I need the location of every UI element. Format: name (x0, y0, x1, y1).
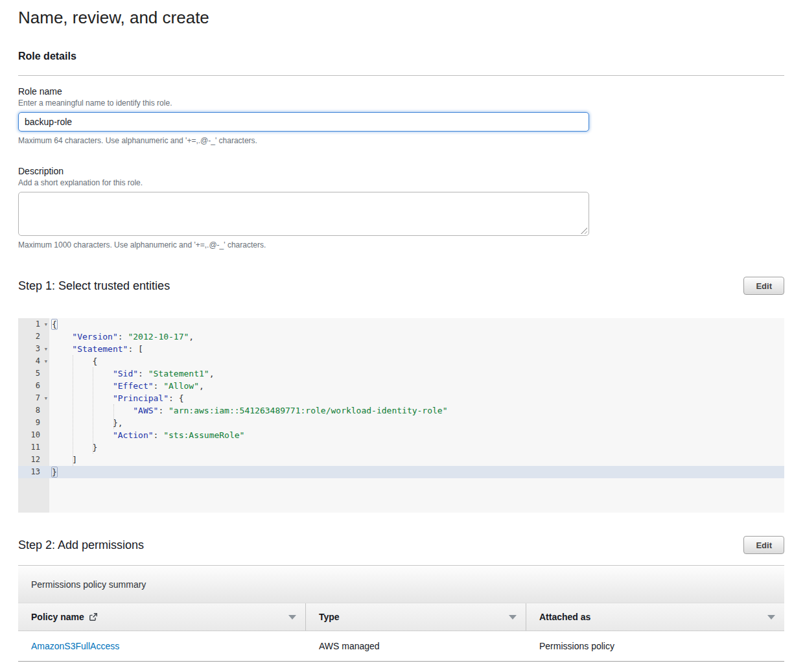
line-number: 5 (18, 367, 49, 380)
sort-icon[interactable] (288, 615, 296, 620)
line-number: 8 (18, 404, 49, 417)
fold-arrow-icon[interactable]: ▼ (45, 393, 47, 405)
code-line: { (49, 318, 784, 330)
attached-as-cell: Permissions policy (526, 641, 784, 651)
code-line: "Statement": [ (49, 343, 784, 355)
editor-line[interactable]: 8 "AWS": "arn:aws:iam::541263489771:role… (18, 404, 784, 417)
code-line: } (49, 466, 784, 478)
line-number: 13 (18, 466, 49, 478)
column-header-policy-name[interactable]: Policy name (18, 603, 306, 631)
line-number: 4▼ (18, 355, 49, 367)
code-line: ] (49, 454, 784, 466)
line-number: 11 (18, 441, 49, 454)
editor-line[interactable]: 1▼{ (18, 318, 784, 330)
external-link-icon[interactable] (89, 612, 98, 621)
editor-line[interactable]: 2 "Version": "2012-10-17", (18, 330, 784, 343)
column-header-attached-as[interactable]: Attached as (526, 603, 784, 631)
line-number: 2 (18, 330, 49, 343)
policy-type-cell: AWS managed (306, 641, 526, 651)
editor-line[interactable]: 11 } (18, 441, 784, 454)
sort-icon[interactable] (767, 615, 775, 620)
line-number: 1▼ (18, 318, 49, 330)
code-line: "Effect": "Allow", (49, 380, 784, 392)
editor-line[interactable]: 13} (18, 466, 784, 478)
code-line: "Version": "2012-10-17", (49, 330, 784, 343)
indent-guide (93, 367, 93, 454)
description-hint: Maximum 1000 characters. Use alphanumeri… (18, 240, 784, 249)
name-review-create-page: Name, review, and create Role details Ro… (0, 8, 805, 662)
table-row: AmazonS3FullAccessAWS managedPermissions… (18, 631, 784, 662)
indent-guide (73, 355, 73, 466)
editor-line[interactable]: 9 }, (18, 417, 784, 429)
role-name-hint: Maximum 64 characters. Use alphanumeric … (18, 136, 784, 145)
role-name-input[interactable] (18, 112, 589, 132)
description-description: Add a short explanation for this role. (18, 178, 784, 187)
code-line: "Principal": { (49, 392, 784, 404)
gutter (18, 478, 49, 513)
editor-line[interactable]: 10 "Action": "sts:AssumeRole" (18, 429, 784, 441)
step1-header-row: Step 1: Select trusted entities Edit (18, 277, 784, 295)
description-field: Description Add a short explanation for … (18, 166, 784, 249)
step1-edit-button[interactable]: Edit (743, 277, 784, 295)
line-number: 12 (18, 454, 49, 466)
step2-heading: Step 2: Add permissions (18, 539, 144, 552)
code-area (49, 478, 784, 513)
step1-heading: Step 1: Select trusted entities (18, 279, 170, 293)
fold-arrow-icon[interactable]: ▼ (45, 356, 47, 368)
column-header-type[interactable]: Type (306, 603, 526, 631)
code-line: } (49, 441, 784, 454)
step2-header-row: Step 2: Add permissions Edit (18, 536, 784, 554)
sort-icon[interactable] (509, 615, 517, 620)
fold-arrow-icon[interactable]: ▼ (45, 319, 47, 331)
line-number: 9 (18, 417, 49, 429)
line-number: 6 (18, 380, 49, 392)
editor-line[interactable]: 5 "Sid": "Statement1", (18, 367, 784, 380)
policy-name-link[interactable]: AmazonS3FullAccess (31, 641, 119, 651)
permissions-summary-bar: Permissions policy summary (18, 566, 784, 603)
role-details-heading: Role details (18, 51, 784, 62)
code-line: { (49, 355, 784, 367)
indent-guide (113, 404, 114, 429)
editor-line[interactable]: 6 "Effect": "Allow", (18, 380, 784, 392)
code-line: "Sid": "Statement1", (49, 367, 784, 380)
editor-line[interactable]: 3▼ "Statement": [ (18, 343, 784, 355)
page-title: Name, review, and create (18, 8, 784, 27)
role-name-field: Role name Enter a meaningful name to ide… (18, 86, 784, 145)
editor-empty-area[interactable] (18, 478, 784, 513)
line-number: 10 (18, 429, 49, 441)
editor-line[interactable]: 4▼ { (18, 355, 784, 367)
code-line: "Action": "sts:AssumeRole" (49, 429, 784, 441)
step2-edit-button[interactable]: Edit (743, 536, 784, 554)
description-input[interactable] (18, 192, 589, 236)
trust-policy-code-editor[interactable]: 1▼{2 "Version": "2012-10-17",3▼ "Stateme… (18, 318, 784, 513)
role-name-description: Enter a meaningful name to identify this… (18, 98, 784, 108)
editor-line[interactable]: 7▼ "Principal": { (18, 392, 784, 404)
policy-table-body: AmazonS3FullAccessAWS managedPermissions… (18, 631, 784, 662)
section-divider (18, 75, 784, 76)
code-line: }, (49, 417, 784, 429)
role-name-label: Role name (18, 86, 784, 97)
permissions-summary-title: Permissions policy summary (31, 579, 146, 590)
editor-line[interactable]: 12 ] (18, 454, 784, 466)
policy-table-header: Policy name Type Attached as (18, 603, 784, 631)
line-number: 3▼ (18, 343, 49, 355)
fold-arrow-icon[interactable]: ▼ (45, 343, 47, 356)
line-number: 7▼ (18, 392, 49, 404)
code-line: "AWS": "arn:aws:iam::541263489771:role/w… (49, 404, 784, 417)
permissions-summary-card: Permissions policy summary Policy name T… (18, 565, 784, 662)
description-label: Description (18, 166, 784, 176)
